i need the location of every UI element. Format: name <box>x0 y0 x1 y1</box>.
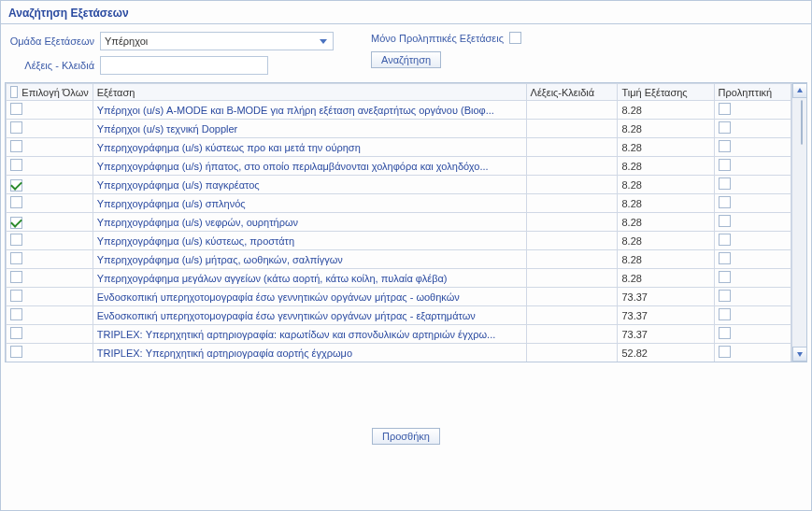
exam-group-select[interactable]: Υπέρηχοι <box>100 32 334 50</box>
row-select-checkbox[interactable] <box>10 327 22 339</box>
keywords-label: Λέξεις - Κλειδιά <box>8 60 94 71</box>
table-row[interactable]: Υπερηχογράφημα (u/s) κύστεως προ και μετ… <box>7 138 791 157</box>
table-row[interactable]: Υπερηχογράφημα (u/s) παγκρέατος8.28 <box>7 176 791 194</box>
keywords-cell <box>526 288 618 306</box>
price-cell: 73.37 <box>618 288 714 306</box>
add-button[interactable]: Προσθήκη <box>372 428 440 445</box>
preventive-checkbox[interactable] <box>719 215 731 227</box>
exam-name-cell: Υπέρηχοι (u/s) A-MODE και B-MODE για πλή… <box>93 101 526 120</box>
price-cell: 8.28 <box>618 138 714 157</box>
keywords-input[interactable] <box>100 56 268 75</box>
exam-name-cell: Υπερηχογράφημα (u/s) κύστεως προ και μετ… <box>93 138 526 157</box>
exam-name-cell: Υπέρηχοι (u/s) τεχνική Doppler <box>93 120 526 138</box>
table-row[interactable]: Υπέρηχοι (u/s) τεχνική Doppler8.28 <box>7 120 791 138</box>
table-row[interactable]: TRIPLEX: Υπερηχητική αρτηριογραφία αορτή… <box>7 344 791 362</box>
keywords-cell <box>526 325 618 344</box>
group-label: Ομάδα Εξετάσεων <box>8 35 94 47</box>
preventive-checkbox[interactable] <box>719 159 731 171</box>
row-select-checkbox[interactable] <box>10 346 22 358</box>
preventive-checkbox[interactable] <box>719 103 731 115</box>
table-row[interactable]: Υπερηχογράφημα (u/s) ήπατος, στο οποίο π… <box>7 157 791 176</box>
row-select-checkbox[interactable] <box>10 308 22 320</box>
exam-name-cell: Υπερηχογράφημα μεγάλων αγγείων (κάτω αορ… <box>93 269 526 288</box>
col-header-exam[interactable]: Εξέταση <box>93 84 526 101</box>
preventive-checkbox[interactable] <box>719 177 731 190</box>
keywords-cell <box>526 306 618 325</box>
price-cell: 8.28 <box>618 232 714 250</box>
keywords-cell <box>526 250 618 269</box>
row-select-checkbox[interactable] <box>10 103 22 115</box>
row-select-checkbox[interactable] <box>10 121 22 134</box>
preventive-checkbox[interactable] <box>719 140 731 152</box>
table-row[interactable]: Ενδοσκοπική υπερηχοτομογραφία έσω γεννητ… <box>7 288 791 306</box>
table-row[interactable]: TRIPLEX: Υπερηχητική αρτηριογραφία: καρω… <box>7 325 791 344</box>
table-row[interactable]: Υπερηχογράφημα (u/s) μήτρας, ωοθηκών, σα… <box>7 250 791 269</box>
price-cell: 8.28 <box>618 157 714 176</box>
select-all-label: Επιλογή Όλων <box>21 87 88 98</box>
vertical-scrollbar[interactable] <box>791 83 806 362</box>
price-cell: 8.28 <box>618 213 714 232</box>
preventive-checkbox[interactable] <box>719 234 731 246</box>
footer: Προσθήκη <box>1 362 811 510</box>
preventive-checkbox[interactable] <box>719 346 731 358</box>
price-cell: 8.28 <box>618 269 714 288</box>
exam-name-cell: Ενδοσκοπική υπερηχοτομογραφία έσω γεννητ… <box>93 288 526 306</box>
row-select-checkbox[interactable] <box>10 234 22 246</box>
keywords-cell <box>526 194 618 213</box>
row-select-checkbox[interactable] <box>10 179 22 192</box>
col-header-preventive[interactable]: Προληπτική <box>714 84 791 101</box>
preventive-checkbox[interactable] <box>719 290 731 302</box>
keywords-cell <box>526 344 618 362</box>
dialog-title: Αναζήτηση Εξετάσεων <box>1 1 811 24</box>
preventive-checkbox[interactable] <box>719 308 731 320</box>
price-cell: 8.28 <box>618 120 714 138</box>
preventive-checkbox[interactable] <box>719 271 731 283</box>
row-select-checkbox[interactable] <box>10 252 22 264</box>
exam-group-value: Υπέρηχοι <box>105 35 148 47</box>
keywords-cell <box>526 120 618 138</box>
col-header-keywords[interactable]: Λέξεις-Κλειδιά <box>526 84 618 101</box>
svg-marker-0 <box>320 39 327 44</box>
row-select-checkbox[interactable] <box>10 140 22 152</box>
preventive-checkbox[interactable] <box>719 121 731 134</box>
results-table: Επιλογή Όλων Εξέταση Λέξεις-Κλειδιά Τιμή… <box>6 83 791 362</box>
preventive-only-checkbox[interactable] <box>509 32 521 44</box>
preventive-checkbox[interactable] <box>719 196 731 208</box>
keywords-cell <box>526 269 618 288</box>
row-select-checkbox[interactable] <box>10 290 22 302</box>
table-row[interactable]: Υπερηχογράφημα (u/s) κύστεως, προστάτη8.… <box>7 232 791 250</box>
exam-name-cell: Υπερηχογράφημα (u/s) μήτρας, ωοθηκών, σα… <box>93 250 526 269</box>
preventive-only-label: Μόνο Προληπτικές Εξετάσεις <box>371 33 504 44</box>
scroll-down-icon[interactable] <box>792 347 807 362</box>
keywords-cell <box>526 157 618 176</box>
row-select-checkbox[interactable] <box>10 271 22 283</box>
table-row[interactable]: Υπέρηχοι (u/s) A-MODE και B-MODE για πλή… <box>7 101 791 120</box>
svg-marker-1 <box>797 88 803 92</box>
row-select-checkbox[interactable] <box>10 196 22 208</box>
keywords-cell <box>526 213 618 232</box>
col-header-price[interactable]: Τιμή Εξέτασης <box>618 84 714 101</box>
preventive-checkbox[interactable] <box>719 252 731 264</box>
price-cell: 8.28 <box>618 194 714 213</box>
row-select-checkbox[interactable] <box>10 159 22 171</box>
table-row[interactable]: Υπερηχογράφημα (u/s) σπληνός8.28 <box>7 194 791 213</box>
table-row[interactable]: Υπερηχογράφημα (u/s) νεφρών, ουρητήρων8.… <box>7 213 791 232</box>
keywords-cell <box>526 176 618 194</box>
price-cell: 8.28 <box>618 250 714 269</box>
exam-name-cell: Υπερηχογράφημα (u/s) παγκρέατος <box>93 176 526 194</box>
preventive-checkbox[interactable] <box>719 327 731 339</box>
table-row[interactable]: Ενδοσκοπική υπερηχοτομογραφία έσω γεννητ… <box>7 306 791 325</box>
keywords-cell <box>526 232 618 250</box>
scroll-up-icon[interactable] <box>792 83 807 98</box>
exam-name-cell: Υπερηχογράφημα (u/s) ήπατος, στο οποίο π… <box>93 157 526 176</box>
scroll-thumb[interactable] <box>801 100 803 145</box>
select-all-checkbox[interactable] <box>10 86 18 98</box>
chevron-down-icon <box>316 34 331 49</box>
exam-name-cell: Υπερηχογράφημα (u/s) νεφρών, ουρητήρων <box>93 213 526 232</box>
row-select-checkbox[interactable] <box>10 217 22 229</box>
results-area: Επιλογή Όλων Εξέταση Λέξεις-Κλειδιά Τιμή… <box>1 82 811 362</box>
price-cell: 73.37 <box>618 306 714 325</box>
search-button[interactable]: Αναζήτηση <box>371 51 441 68</box>
price-cell: 8.28 <box>618 101 714 120</box>
table-row[interactable]: Υπερηχογράφημα μεγάλων αγγείων (κάτω αορ… <box>7 269 791 288</box>
